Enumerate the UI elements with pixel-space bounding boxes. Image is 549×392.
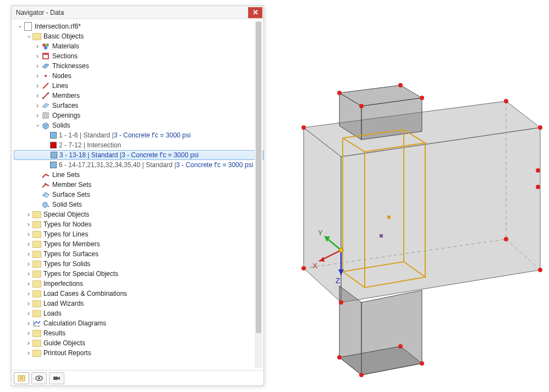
tree-category[interactable]: Types for Special Objects [14, 269, 263, 279]
tree-category[interactable]: Types for Surfaces [14, 249, 263, 259]
tree-category[interactable]: Types for Members [14, 239, 263, 249]
tree-members[interactable]: Members [14, 91, 263, 101]
tree-category[interactable]: Load Wizards [14, 299, 263, 308]
category-label: Types for Nodes [43, 220, 91, 228]
svg-rect-23 [53, 377, 58, 380]
tree-solid-item[interactable]: 3 - 13-18 | Standard | 3 - Concrete f'c … [14, 150, 263, 160]
expander-icon[interactable] [34, 112, 41, 119]
tree-root[interactable]: Intersection.rf6* [14, 21, 263, 31]
solids-icon [41, 121, 50, 130]
tree-basic-objects[interactable]: Basic Objects [14, 31, 263, 41]
tree-nodes[interactable]: Nodes [14, 71, 263, 81]
tree-surface-sets[interactable]: Surface Sets [14, 190, 263, 200]
tree-materials[interactable]: Materials [14, 41, 263, 51]
expander-icon[interactable] [34, 122, 41, 129]
expander-icon[interactable] [25, 310, 32, 317]
tree-category[interactable]: Types for Solids [14, 259, 263, 269]
svg-point-1 [46, 43, 49, 47]
folder-icon [32, 299, 41, 308]
tree-category[interactable]: Guide Objects [14, 338, 263, 348]
svg-line-13 [46, 174, 49, 176]
folder-icon [32, 279, 41, 288]
tab-views[interactable] [49, 372, 64, 384]
expander-icon[interactable] [34, 82, 41, 90]
tree-solids[interactable]: Solids [14, 120, 263, 130]
tree-category[interactable]: Printout Reports [14, 348, 263, 358]
expander-icon[interactable] [25, 260, 32, 268]
tree-lines[interactable]: Lines [14, 81, 263, 91]
tree-thicknesses[interactable]: Thicknesses [14, 61, 263, 71]
expander-icon[interactable] [34, 42, 41, 50]
expander-icon[interactable] [25, 339, 32, 347]
tree-openings[interactable]: Openings [14, 111, 263, 120]
expander-icon[interactable] [25, 211, 32, 218]
svg-point-46 [359, 104, 364, 108]
svg-point-58 [398, 344, 403, 349]
tree-solid-item[interactable]: 6 - 14-17,21,31,32,34,35,40 | Standard |… [14, 160, 263, 170]
tree-category[interactable]: Types for Nodes [14, 219, 263, 229]
svg-point-55 [337, 355, 342, 360]
expander-icon[interactable] [25, 250, 32, 258]
tree-solid-sets[interactable]: + Solid Sets [14, 200, 263, 209]
folder-icon [32, 349, 41, 357]
category-label: Types for Lines [43, 230, 88, 238]
expander-icon[interactable] [16, 23, 24, 30]
solid-item-material: 3 - Concrete f'c = 3000 psi [122, 151, 199, 159]
expander-icon[interactable] [25, 32, 32, 40]
expander-icon[interactable] [25, 280, 32, 288]
scrollbar[interactable] [255, 21, 262, 368]
expander-icon[interactable] [34, 92, 41, 100]
tree-category[interactable]: Results [14, 328, 263, 338]
expander-icon[interactable] [25, 319, 32, 327]
tree-category[interactable]: Load Cases & Combinations [14, 289, 263, 299]
tree-sections[interactable]: Sections [14, 51, 263, 61]
svg-point-48 [504, 99, 508, 103]
tree-solid-item[interactable]: 2 - 7-12 | Intersection [14, 140, 263, 150]
svg-point-43 [337, 91, 342, 95]
expander-icon[interactable] [34, 72, 41, 80]
tree-category[interactable]: Loads [14, 308, 263, 318]
color-swatch [50, 162, 57, 168]
expander-icon[interactable] [25, 349, 32, 357]
expander-icon[interactable] [25, 290, 32, 297]
tree-solid-item[interactable]: 1 - 1-6 | Standard | 3 - Concrete f'c = … [14, 130, 263, 140]
members-icon [41, 91, 50, 100]
scrollbar-thumb[interactable] [256, 21, 261, 333]
expander-icon[interactable] [25, 230, 32, 238]
model-viewport[interactable]: X Y Z [270, 5, 547, 387]
svg-point-59 [504, 237, 508, 241]
svg-point-49 [538, 125, 542, 130]
tab-display[interactable] [31, 372, 47, 384]
svg-rect-11 [45, 114, 47, 117]
tree-member-sets[interactable]: Member Sets [14, 180, 263, 190]
item-label: Member Sets [52, 181, 91, 189]
svg-point-51 [538, 268, 542, 272]
expander-icon[interactable] [25, 329, 32, 337]
expander-icon[interactable] [25, 300, 32, 307]
expander-icon[interactable] [25, 220, 32, 228]
tree-category[interactable]: Calculation Diagrams [14, 318, 263, 328]
tree-category[interactable]: Types for Lines [14, 229, 263, 239]
solidsets-icon: + [41, 200, 50, 209]
close-button[interactable]: ✕ [248, 7, 262, 18]
linesets-icon [41, 170, 50, 179]
surfaces-icon [41, 101, 50, 110]
expander-icon[interactable] [34, 52, 41, 60]
folder-icon [32, 240, 41, 249]
expander-icon[interactable] [34, 102, 41, 109]
svg-point-47 [301, 125, 306, 130]
tree-line-sets[interactable]: Line Sets [14, 170, 263, 180]
tree-category[interactable]: Special Objects [14, 209, 263, 219]
expander-icon[interactable] [25, 270, 32, 278]
expander-icon[interactable] [34, 62, 41, 70]
color-swatch [50, 142, 57, 148]
expander-icon[interactable] [25, 240, 32, 248]
tab-data[interactable] [14, 372, 29, 384]
svg-rect-41 [387, 216, 391, 219]
item-label: Materials [52, 42, 79, 50]
color-swatch [51, 152, 57, 158]
tree-category[interactable]: Imperfections [14, 279, 263, 289]
item-label: Surface Sets [52, 191, 90, 198]
tree-surfaces[interactable]: Surfaces [14, 101, 263, 111]
color-swatch [50, 132, 57, 139]
